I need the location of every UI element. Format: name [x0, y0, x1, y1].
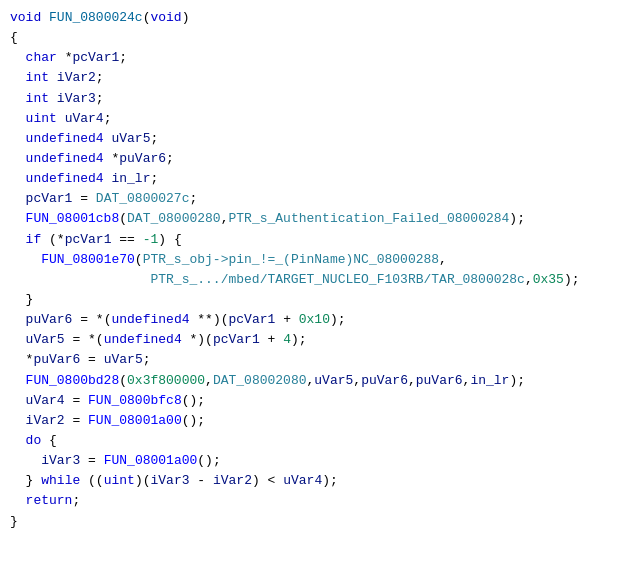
code-line-10: pcVar1 = DAT_0800027c; — [0, 189, 644, 209]
code-line-6: uint uVar4; — [0, 109, 644, 129]
code-line-7: undefined4 uVar5; — [0, 129, 644, 149]
code-line-3: char *pcVar1; — [0, 48, 644, 68]
code-line-1: void FUN_0800024c(void) — [0, 8, 644, 28]
code-line-13: FUN_08001e70(PTR_s_obj->pin_!=_(PinName)… — [0, 250, 644, 270]
code-line-26: } — [0, 512, 644, 532]
code-line-14: PTR_s_.../mbed/TARGET_NUCLEO_F103RB/TAR_… — [0, 270, 644, 290]
code-editor: void FUN_0800024c(void) { char *pcVar1; … — [0, 0, 644, 561]
code-line-19: FUN_0800bd28(0x3f800000,DAT_08002080,uVa… — [0, 371, 644, 391]
code-line-22: do { — [0, 431, 644, 451]
code-line-16: puVar6 = *(undefined4 **)(pcVar1 + 0x10)… — [0, 310, 644, 330]
code-line-11: FUN_08001cb8(DAT_08000280,PTR_s_Authenti… — [0, 209, 644, 229]
code-line-9: undefined4 in_lr; — [0, 169, 644, 189]
code-line-20: uVar4 = FUN_0800bfc8(); — [0, 391, 644, 411]
code-line-4: int iVar2; — [0, 68, 644, 88]
code-line-17: uVar5 = *(undefined4 *)(pcVar1 + 4); — [0, 330, 644, 350]
code-line-18: *puVar6 = uVar5; — [0, 350, 644, 370]
code-line-25: return; — [0, 491, 644, 511]
code-line-23: iVar3 = FUN_08001a00(); — [0, 451, 644, 471]
code-line-24: } while ((uint)(iVar3 - iVar2) < uVar4); — [0, 471, 644, 491]
code-line-8: undefined4 *puVar6; — [0, 149, 644, 169]
code-line-21: iVar2 = FUN_08001a00(); — [0, 411, 644, 431]
code-line-15: } — [0, 290, 644, 310]
code-line-5: int iVar3; — [0, 89, 644, 109]
code-line-2: { — [0, 28, 644, 48]
code-line-12: if (*pcVar1 == -1) { — [0, 230, 644, 250]
